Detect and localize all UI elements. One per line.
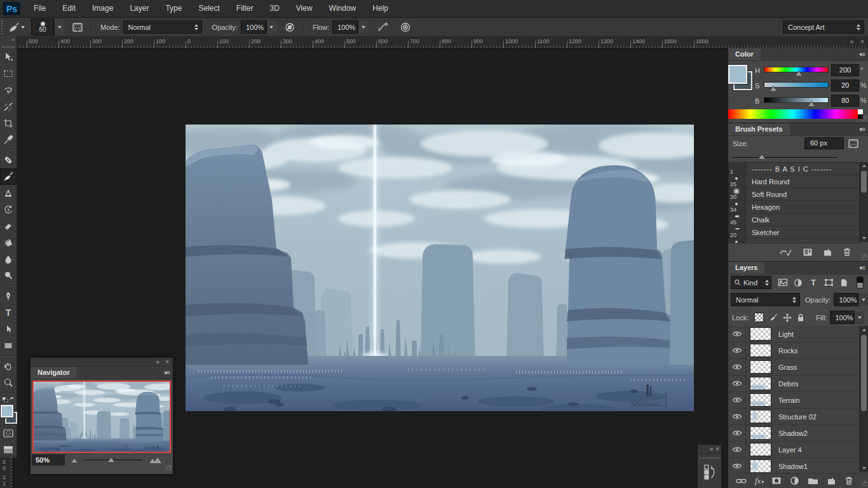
tool-lasso[interactable] (0, 82, 17, 98)
opacity-dropdown[interactable] (266, 21, 276, 33)
menu-image[interactable]: Image (84, 0, 121, 17)
layer-filter-toggle[interactable] (857, 276, 864, 288)
brush-size-preview[interactable]: 60 (31, 18, 54, 36)
panel-resize-grip[interactable] (166, 465, 172, 471)
scrollbar-thumb[interactable] (861, 171, 867, 193)
scroll-up-icon[interactable] (860, 162, 868, 170)
brightness-slider-thumb[interactable] (808, 102, 815, 106)
delete-layer-icon[interactable] (844, 476, 853, 485)
layer-style-icon[interactable]: fx▾ (755, 476, 763, 486)
layer-row[interactable]: Light (728, 326, 859, 342)
menu-type[interactable]: Type (157, 0, 190, 17)
add-layer-mask-icon[interactable] (771, 477, 782, 485)
tool-spot-healing-brush[interactable] (0, 152, 17, 168)
collapse-dock-icon[interactable]: « (850, 38, 854, 45)
navigator-proxy-view[interactable] (32, 381, 171, 453)
brush-size-slider-thumb[interactable] (759, 154, 765, 159)
tab-color[interactable]: Color (728, 48, 761, 60)
brush-preset-row[interactable]: 30 Soft Round (729, 188, 860, 201)
vertical-ruler[interactable]: 0 0 1 1 (0, 458, 13, 488)
layer-row[interactable]: Shadow2 (728, 425, 859, 442)
tool-move[interactable] (0, 49, 17, 65)
delete-brush-icon[interactable] (843, 247, 851, 257)
menu-select[interactable]: Select (190, 0, 227, 17)
layer-opacity-dropdown[interactable] (858, 294, 868, 306)
layer-thumbnail[interactable] (750, 344, 771, 357)
layer-name[interactable]: Debris (771, 380, 799, 388)
layer-visibility-toggle[interactable] (728, 409, 746, 424)
layer-fill-dropdown[interactable] (854, 311, 864, 323)
navigator-zoom-value[interactable]: 50% (32, 454, 65, 466)
layers-scrollbar[interactable] (859, 326, 868, 472)
tool-rectangle-shape[interactable] (0, 337, 17, 354)
new-group-icon[interactable] (808, 477, 818, 485)
toolbar-grip[interactable] (2, 43, 15, 48)
zoom-in-icon[interactable] (149, 456, 163, 464)
close-panel-icon[interactable]: × (715, 445, 719, 452)
layer-row[interactable]: Shadow1 (728, 458, 859, 472)
tab-layers[interactable]: Layers (728, 262, 764, 274)
pressure-size-icon[interactable] (396, 22, 415, 33)
brush-preset-row[interactable]: 34 Hexagon (729, 201, 860, 214)
scroll-down-icon[interactable] (860, 464, 868, 472)
layer-visibility-toggle[interactable] (728, 376, 746, 391)
history-grip[interactable] (700, 454, 719, 459)
brush-size-value[interactable]: 60 px (804, 137, 844, 149)
filter-adjustment-layers-icon[interactable] (790, 278, 806, 287)
tool-clone-stamp[interactable] (0, 185, 17, 201)
tool-brush[interactable] (0, 168, 17, 185)
panel-menu-icon[interactable]: ▾≡ (859, 51, 865, 58)
opacity-value[interactable]: 100% (241, 20, 266, 34)
tool-path-selection[interactable] (0, 321, 17, 337)
layer-name[interactable]: Light (771, 330, 794, 338)
color-spectrum-ramp[interactable] (728, 109, 858, 119)
scroll-up-icon[interactable] (860, 326, 868, 334)
saturation-value[interactable]: 20 (831, 79, 859, 92)
history-panel-icon[interactable] (698, 460, 721, 484)
layer-name[interactable]: Rocks (771, 347, 798, 355)
lock-position-icon[interactable] (783, 313, 792, 322)
link-layers-icon[interactable] (736, 478, 747, 484)
menu-help[interactable]: Help (364, 0, 397, 17)
menu-filter[interactable]: Filter (228, 0, 262, 17)
flow-dropdown[interactable] (358, 21, 368, 33)
filter-pixel-layers-icon[interactable] (775, 278, 790, 287)
flow-value[interactable]: 100% (332, 20, 358, 34)
panel-menu-icon[interactable]: ▾≡ (164, 369, 170, 376)
lock-all-icon[interactable] (797, 313, 804, 322)
brush-size-slider[interactable] (732, 157, 837, 159)
scroll-down-icon[interactable] (860, 234, 868, 242)
layer-visibility-toggle[interactable] (728, 326, 746, 342)
hue-slider-thumb[interactable] (796, 71, 802, 76)
menu-view[interactable]: View (288, 0, 321, 17)
layer-row[interactable]: Rocks (728, 342, 859, 359)
layer-visibility-toggle[interactable] (728, 342, 746, 358)
brush-preset-row[interactable]: 25 Hard Round (729, 175, 860, 188)
layer-thumbnail[interactable] (750, 426, 771, 440)
filter-shape-layers-icon[interactable] (821, 278, 836, 287)
new-brush-icon[interactable] (823, 248, 832, 257)
layer-thumbnail[interactable] (750, 377, 771, 390)
layer-name[interactable]: Terrain (771, 396, 800, 404)
layer-row[interactable]: Grass (728, 359, 859, 376)
brush-preset-row[interactable]: 1 ------- B A S I C ------- (729, 163, 860, 175)
brush-size-dropdown[interactable] (54, 19, 64, 35)
menu-layer[interactable]: Layer (121, 0, 157, 17)
tool-blur[interactable] (0, 251, 17, 268)
tool-history-brush[interactable] (0, 201, 17, 218)
layer-fill-value[interactable]: 100% (830, 311, 854, 324)
options-grip[interactable] (1, 20, 6, 34)
brush-stroke-preview-icon[interactable] (780, 248, 792, 257)
brush-tool-preset-icon[interactable] (6, 22, 27, 33)
pressure-opacity-icon[interactable] (280, 22, 299, 33)
layer-row[interactable]: Structure 02 (728, 409, 859, 425)
lock-paint-icon[interactable] (769, 313, 778, 322)
panel-resize-grip[interactable] (861, 481, 867, 487)
layer-thumbnail[interactable] (750, 459, 771, 472)
saturation-slider-thumb[interactable] (770, 86, 776, 91)
tool-pen[interactable] (0, 288, 17, 304)
panel-menu-icon[interactable]: ▾≡ (859, 126, 865, 133)
color-swatches[interactable] (0, 403, 17, 425)
new-layer-icon[interactable] (827, 477, 836, 485)
collapse-panel-icon[interactable]: « (156, 358, 160, 365)
